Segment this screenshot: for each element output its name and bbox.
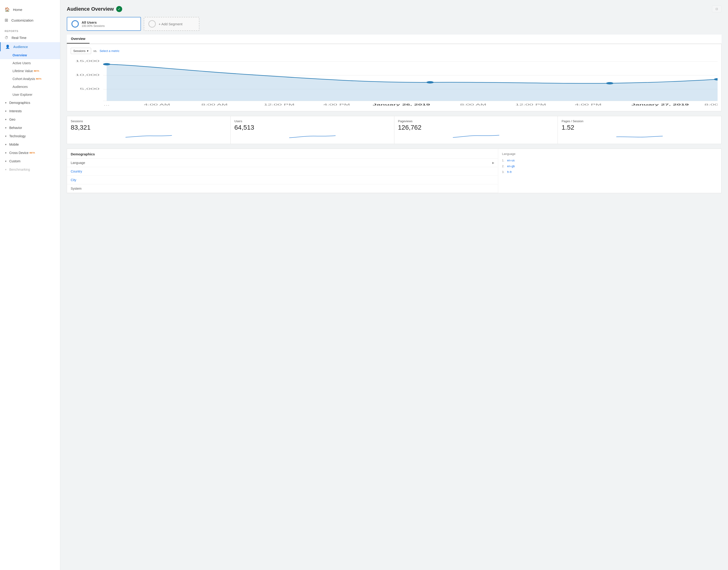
tab-overview[interactable]: Overview: [67, 35, 89, 44]
svg-text:January 26, 2019: January 26, 2019: [373, 103, 430, 106]
sidebar-item-interests[interactable]: ▼ Interests: [0, 107, 60, 115]
sidebar: 🏠 Home ⊞ Customization REPORTS ⏱ Real-Ti…: [0, 0, 60, 570]
demo-row-city[interactable]: City: [67, 176, 498, 184]
demo-lang-val-2[interactable]: en-gb: [507, 165, 515, 168]
top-right-button[interactable]: ⊡: [712, 6, 722, 12]
demo-lang-val-3[interactable]: fr-fr: [507, 170, 512, 174]
pages-per-session-sparkline: [562, 132, 718, 139]
sidebar-sub-user-explorer[interactable]: User Explorer: [0, 91, 60, 98]
sidebar-sub-audiences[interactable]: Audiences: [0, 83, 60, 91]
svg-text:15,000: 15,000: [75, 60, 99, 62]
sidebar-item-technology[interactable]: ▼ Technology: [0, 132, 60, 140]
stat-pages-per-session-value: 1.52: [562, 124, 718, 131]
segment-title: All Users: [82, 20, 104, 24]
stat-pages-per-session-label: Pages / Session: [562, 119, 718, 123]
svg-text:...: ...: [104, 103, 110, 106]
metric-dropdown[interactable]: Sessions ▾: [71, 48, 91, 54]
sidebar-sub-active-users[interactable]: Active Users: [0, 59, 60, 67]
sidebar-mobile-label: Mobile: [9, 142, 19, 146]
benchmarking-chevron-icon: ▼: [5, 168, 7, 171]
sidebar-demographics-label: Demographics: [9, 101, 30, 104]
all-users-segment[interactable]: All Users 100.00% Sessions: [67, 17, 141, 31]
sidebar-sub-lifetime-value[interactable]: Lifetime Value BETA: [0, 67, 60, 75]
stat-card-pages-per-session: Pages / Session 1.52: [558, 116, 722, 144]
demo-right-title: Language: [502, 152, 718, 156]
sidebar-item-home[interactable]: 🏠 Home: [0, 4, 60, 15]
sidebar-item-custom[interactable]: ▼ Custom: [0, 157, 60, 165]
svg-text:5,000: 5,000: [80, 87, 99, 90]
metric-dropdown-label: Sessions: [73, 49, 85, 53]
demo-row-country[interactable]: Country: [67, 167, 498, 176]
main-content: Audience Overview ✓ ⊡ All Users 100.00% …: [60, 0, 728, 570]
vs-text: vs.: [93, 49, 97, 53]
sidebar-item-realtime[interactable]: ⏱ Real-Time: [0, 33, 60, 42]
sidebar-item-benchmarking[interactable]: ▼ Benchmarking: [0, 165, 60, 174]
demo-lang-rank-3: 3.: [502, 171, 504, 174]
stat-card-users: Users 64,513: [231, 116, 394, 144]
demographics-section: Demographics Language ▶ Country City Sys…: [67, 149, 722, 193]
svg-text:4:00 AM: 4:00 AM: [144, 103, 170, 106]
lifetime-value-beta-badge: BETA: [34, 70, 39, 72]
sidebar-item-cross-device[interactable]: ▼ Cross Device BETA: [0, 149, 60, 157]
demo-system-label: System: [71, 187, 494, 190]
demo-row-system[interactable]: System: [67, 184, 498, 193]
demo-city-label: City: [71, 178, 494, 182]
demo-lang-val-1[interactable]: en-us: [507, 159, 515, 162]
sidebar-item-behavior[interactable]: ▼ Behavior: [0, 123, 60, 132]
svg-text:4:00 PM: 4:00 PM: [575, 103, 602, 106]
sidebar-lifetime-value-label: Lifetime Value: [13, 69, 33, 73]
demo-title: Demographics: [71, 152, 494, 156]
language-arrow-icon: ▶: [492, 161, 494, 165]
realtime-icon: ⏱: [5, 36, 8, 40]
sidebar-item-customization[interactable]: ⊞ Customization: [0, 15, 60, 25]
sidebar-item-demographics[interactable]: ▼ Demographics: [0, 98, 60, 107]
sidebar-technology-label: Technology: [9, 134, 26, 138]
demo-right-col: Language 1. en-us 2. en-gb 3. fr-fr: [498, 149, 721, 193]
stat-card-sessions: Sessions 83,321: [67, 116, 231, 144]
page-header: Audience Overview ✓ ⊡: [67, 6, 722, 12]
stat-users-value: 64,513: [235, 124, 390, 131]
sidebar-realtime-label: Real-Time: [12, 36, 26, 40]
sidebar-item-mobile[interactable]: ▼ Mobile: [0, 140, 60, 149]
segment-info: All Users 100.00% Sessions: [82, 20, 104, 28]
demographics-chevron-icon: ▼: [5, 101, 7, 104]
demo-lang-item-3: 3. fr-fr: [502, 169, 718, 175]
svg-point-8: [103, 63, 110, 65]
sidebar-audience-label: Audience: [13, 45, 28, 49]
sidebar-item-geo[interactable]: ▼ Geo: [0, 115, 60, 123]
verified-check-icon: ✓: [116, 6, 122, 12]
sidebar-active-users-label: Active Users: [13, 61, 31, 65]
sessions-chart: 15,000 10,000 5,000 ... 4:00 AM: [71, 57, 718, 108]
demo-right-section: Demographics Language ▶ Country City Sys…: [67, 149, 721, 193]
sidebar-custom-label: Custom: [9, 159, 20, 163]
sidebar-item-audience[interactable]: 👤 Audience: [0, 42, 60, 51]
demo-lang-rank-2: 2.: [502, 165, 504, 168]
demo-lang-item-1: 1. en-us: [502, 158, 718, 163]
interests-chevron-icon: ▼: [5, 110, 7, 112]
cross-device-beta-badge: BETA: [29, 152, 35, 154]
svg-text:4:00 PM: 4:00 PM: [323, 103, 350, 106]
add-segment-label: + Add Segment: [158, 22, 183, 26]
page-title: Audience Overview: [67, 6, 114, 12]
select-metric-link[interactable]: Select a metric: [99, 49, 119, 53]
sidebar-behavior-label: Behavior: [9, 126, 22, 129]
add-segment-button[interactable]: + Add Segment: [144, 17, 200, 31]
demo-row-language[interactable]: Language ▶: [67, 159, 498, 167]
svg-text:12:00 PM: 12:00 PM: [515, 103, 546, 106]
chart-container: Sessions ▾ vs. Select a metric 15,000 10…: [67, 44, 722, 111]
demo-country-label: Country: [71, 170, 494, 173]
sidebar-sub-overview[interactable]: Overview: [0, 51, 60, 59]
dropdown-chevron-icon: ▾: [87, 49, 88, 53]
custom-chevron-icon: ▼: [5, 160, 7, 163]
behavior-chevron-icon: ▼: [5, 126, 7, 129]
technology-chevron-icon: ▼: [5, 135, 7, 137]
audience-icon: 👤: [5, 44, 10, 49]
demo-lang-item-2: 2. en-gb: [502, 163, 718, 169]
stat-card-pageviews: Pageviews 126,762: [394, 116, 558, 144]
sidebar-cross-device-label: Cross Device: [9, 151, 28, 155]
sidebar-geo-label: Geo: [9, 117, 15, 121]
demo-language-label: Language: [71, 161, 492, 165]
sidebar-interests-label: Interests: [9, 109, 22, 113]
sidebar-sub-cohort-analysis[interactable]: Cohort Analysis BETA: [0, 75, 60, 83]
cross-device-chevron-icon: ▼: [5, 152, 7, 154]
